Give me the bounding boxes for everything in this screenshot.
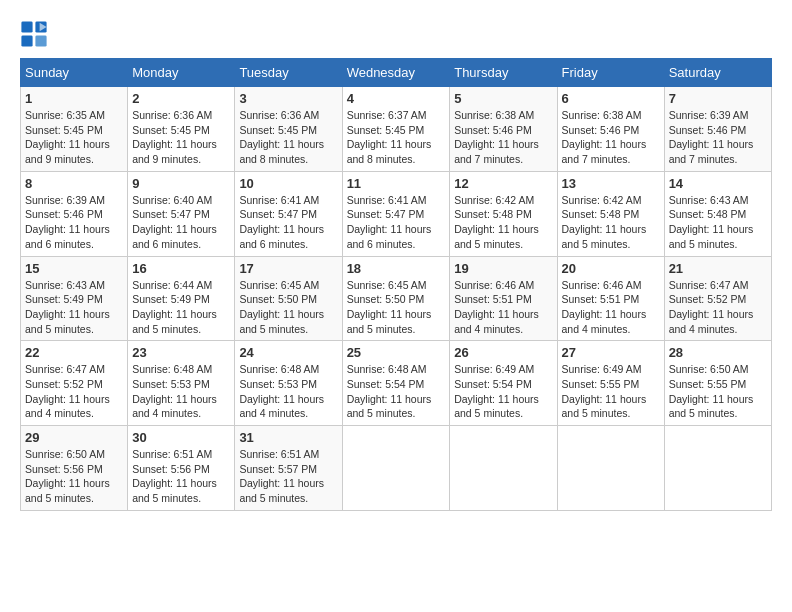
day-info: Sunrise: 6:44 AM Sunset: 5:49 PM Dayligh… [132, 278, 230, 337]
header-wednesday: Wednesday [342, 59, 450, 87]
calendar-day-cell: 15 Sunrise: 6:43 AM Sunset: 5:49 PM Dayl… [21, 256, 128, 341]
calendar-day-cell: 9 Sunrise: 6:40 AM Sunset: 5:47 PM Dayli… [128, 171, 235, 256]
day-number: 2 [132, 91, 230, 106]
day-number: 1 [25, 91, 123, 106]
calendar-day-cell: 23 Sunrise: 6:48 AM Sunset: 5:53 PM Dayl… [128, 341, 235, 426]
day-info: Sunrise: 6:41 AM Sunset: 5:47 PM Dayligh… [347, 193, 446, 252]
day-info: Sunrise: 6:42 AM Sunset: 5:48 PM Dayligh… [454, 193, 552, 252]
day-number: 18 [347, 261, 446, 276]
day-info: Sunrise: 6:36 AM Sunset: 5:45 PM Dayligh… [239, 108, 337, 167]
logo-icon [20, 20, 48, 48]
day-info: Sunrise: 6:50 AM Sunset: 5:56 PM Dayligh… [25, 447, 123, 506]
calendar-day-cell: 31 Sunrise: 6:51 AM Sunset: 5:57 PM Dayl… [235, 426, 342, 511]
calendar-day-cell: 8 Sunrise: 6:39 AM Sunset: 5:46 PM Dayli… [21, 171, 128, 256]
calendar-header-row: SundayMondayTuesdayWednesdayThursdayFrid… [21, 59, 772, 87]
calendar-day-cell: 4 Sunrise: 6:37 AM Sunset: 5:45 PM Dayli… [342, 87, 450, 172]
calendar-day-cell: 13 Sunrise: 6:42 AM Sunset: 5:48 PM Dayl… [557, 171, 664, 256]
day-number: 26 [454, 345, 552, 360]
day-number: 28 [669, 345, 767, 360]
day-number: 27 [562, 345, 660, 360]
day-number: 10 [239, 176, 337, 191]
day-number: 15 [25, 261, 123, 276]
header-friday: Friday [557, 59, 664, 87]
calendar-day-cell: 25 Sunrise: 6:48 AM Sunset: 5:54 PM Dayl… [342, 341, 450, 426]
day-info: Sunrise: 6:47 AM Sunset: 5:52 PM Dayligh… [669, 278, 767, 337]
calendar-day-cell [664, 426, 771, 511]
day-number: 23 [132, 345, 230, 360]
calendar-day-cell: 30 Sunrise: 6:51 AM Sunset: 5:56 PM Dayl… [128, 426, 235, 511]
day-info: Sunrise: 6:38 AM Sunset: 5:46 PM Dayligh… [454, 108, 552, 167]
calendar-day-cell: 21 Sunrise: 6:47 AM Sunset: 5:52 PM Dayl… [664, 256, 771, 341]
day-number: 13 [562, 176, 660, 191]
day-number: 19 [454, 261, 552, 276]
day-info: Sunrise: 6:35 AM Sunset: 5:45 PM Dayligh… [25, 108, 123, 167]
calendar-day-cell: 24 Sunrise: 6:48 AM Sunset: 5:53 PM Dayl… [235, 341, 342, 426]
calendar-day-cell: 26 Sunrise: 6:49 AM Sunset: 5:54 PM Dayl… [450, 341, 557, 426]
day-number: 5 [454, 91, 552, 106]
day-info: Sunrise: 6:38 AM Sunset: 5:46 PM Dayligh… [562, 108, 660, 167]
day-info: Sunrise: 6:51 AM Sunset: 5:57 PM Dayligh… [239, 447, 337, 506]
calendar-day-cell: 5 Sunrise: 6:38 AM Sunset: 5:46 PM Dayli… [450, 87, 557, 172]
day-number: 29 [25, 430, 123, 445]
day-number: 31 [239, 430, 337, 445]
calendar-week-row: 1 Sunrise: 6:35 AM Sunset: 5:45 PM Dayli… [21, 87, 772, 172]
header-saturday: Saturday [664, 59, 771, 87]
svg-rect-0 [21, 21, 32, 32]
calendar-day-cell: 22 Sunrise: 6:47 AM Sunset: 5:52 PM Dayl… [21, 341, 128, 426]
day-number: 22 [25, 345, 123, 360]
calendar-week-row: 8 Sunrise: 6:39 AM Sunset: 5:46 PM Dayli… [21, 171, 772, 256]
calendar-day-cell: 20 Sunrise: 6:46 AM Sunset: 5:51 PM Dayl… [557, 256, 664, 341]
day-number: 25 [347, 345, 446, 360]
header-monday: Monday [128, 59, 235, 87]
day-info: Sunrise: 6:49 AM Sunset: 5:55 PM Dayligh… [562, 362, 660, 421]
day-number: 7 [669, 91, 767, 106]
day-info: Sunrise: 6:43 AM Sunset: 5:48 PM Dayligh… [669, 193, 767, 252]
calendar-day-cell: 12 Sunrise: 6:42 AM Sunset: 5:48 PM Dayl… [450, 171, 557, 256]
calendar-day-cell: 2 Sunrise: 6:36 AM Sunset: 5:45 PM Dayli… [128, 87, 235, 172]
day-info: Sunrise: 6:51 AM Sunset: 5:56 PM Dayligh… [132, 447, 230, 506]
day-info: Sunrise: 6:47 AM Sunset: 5:52 PM Dayligh… [25, 362, 123, 421]
day-number: 16 [132, 261, 230, 276]
day-info: Sunrise: 6:42 AM Sunset: 5:48 PM Dayligh… [562, 193, 660, 252]
calendar-day-cell: 11 Sunrise: 6:41 AM Sunset: 5:47 PM Dayl… [342, 171, 450, 256]
calendar-day-cell: 29 Sunrise: 6:50 AM Sunset: 5:56 PM Dayl… [21, 426, 128, 511]
svg-rect-3 [35, 35, 46, 46]
day-info: Sunrise: 6:48 AM Sunset: 5:53 PM Dayligh… [239, 362, 337, 421]
day-info: Sunrise: 6:46 AM Sunset: 5:51 PM Dayligh… [562, 278, 660, 337]
day-number: 30 [132, 430, 230, 445]
day-number: 17 [239, 261, 337, 276]
calendar-day-cell: 10 Sunrise: 6:41 AM Sunset: 5:47 PM Dayl… [235, 171, 342, 256]
calendar-day-cell: 27 Sunrise: 6:49 AM Sunset: 5:55 PM Dayl… [557, 341, 664, 426]
day-info: Sunrise: 6:49 AM Sunset: 5:54 PM Dayligh… [454, 362, 552, 421]
calendar-day-cell: 28 Sunrise: 6:50 AM Sunset: 5:55 PM Dayl… [664, 341, 771, 426]
day-info: Sunrise: 6:39 AM Sunset: 5:46 PM Dayligh… [25, 193, 123, 252]
calendar-day-cell: 14 Sunrise: 6:43 AM Sunset: 5:48 PM Dayl… [664, 171, 771, 256]
day-info: Sunrise: 6:45 AM Sunset: 5:50 PM Dayligh… [347, 278, 446, 337]
day-info: Sunrise: 6:39 AM Sunset: 5:46 PM Dayligh… [669, 108, 767, 167]
day-info: Sunrise: 6:48 AM Sunset: 5:53 PM Dayligh… [132, 362, 230, 421]
day-info: Sunrise: 6:40 AM Sunset: 5:47 PM Dayligh… [132, 193, 230, 252]
day-info: Sunrise: 6:43 AM Sunset: 5:49 PM Dayligh… [25, 278, 123, 337]
day-info: Sunrise: 6:37 AM Sunset: 5:45 PM Dayligh… [347, 108, 446, 167]
calendar-day-cell [342, 426, 450, 511]
day-number: 21 [669, 261, 767, 276]
day-number: 24 [239, 345, 337, 360]
calendar-table: SundayMondayTuesdayWednesdayThursdayFrid… [20, 58, 772, 511]
calendar-day-cell [557, 426, 664, 511]
header-sunday: Sunday [21, 59, 128, 87]
calendar-day-cell: 16 Sunrise: 6:44 AM Sunset: 5:49 PM Dayl… [128, 256, 235, 341]
day-number: 9 [132, 176, 230, 191]
calendar-day-cell: 6 Sunrise: 6:38 AM Sunset: 5:46 PM Dayli… [557, 87, 664, 172]
day-number: 6 [562, 91, 660, 106]
day-info: Sunrise: 6:36 AM Sunset: 5:45 PM Dayligh… [132, 108, 230, 167]
calendar-day-cell: 19 Sunrise: 6:46 AM Sunset: 5:51 PM Dayl… [450, 256, 557, 341]
day-info: Sunrise: 6:48 AM Sunset: 5:54 PM Dayligh… [347, 362, 446, 421]
calendar-week-row: 15 Sunrise: 6:43 AM Sunset: 5:49 PM Dayl… [21, 256, 772, 341]
page-header [20, 20, 772, 48]
day-info: Sunrise: 6:46 AM Sunset: 5:51 PM Dayligh… [454, 278, 552, 337]
calendar-week-row: 22 Sunrise: 6:47 AM Sunset: 5:52 PM Dayl… [21, 341, 772, 426]
day-number: 12 [454, 176, 552, 191]
calendar-day-cell [450, 426, 557, 511]
day-info: Sunrise: 6:41 AM Sunset: 5:47 PM Dayligh… [239, 193, 337, 252]
calendar-day-cell: 7 Sunrise: 6:39 AM Sunset: 5:46 PM Dayli… [664, 87, 771, 172]
